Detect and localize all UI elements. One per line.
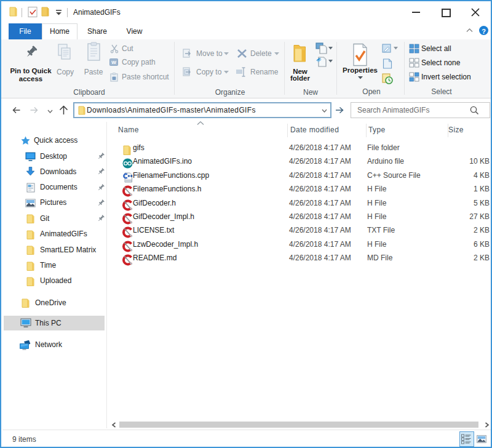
svg-text:W: W	[111, 60, 116, 65]
